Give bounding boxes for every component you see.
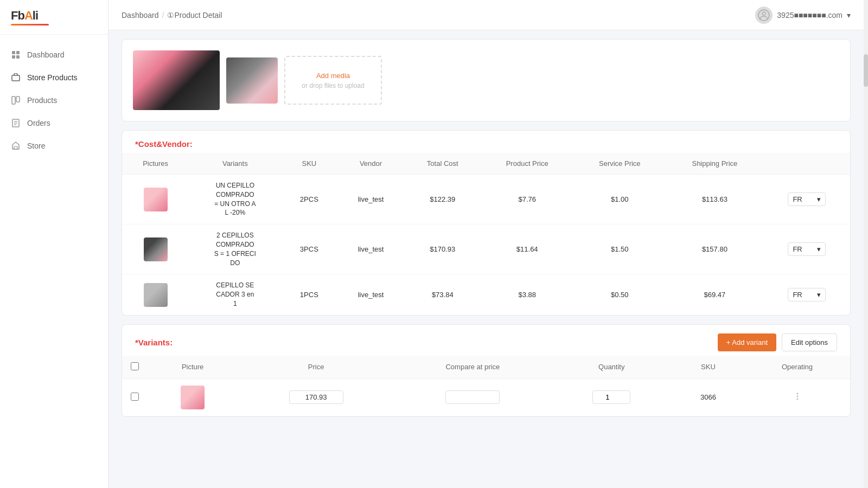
chevron-down-icon: ▾ <box>817 245 821 253</box>
store-products-icon <box>11 73 21 82</box>
dropdown-arrow-icon: ▾ <box>847 11 851 20</box>
nav: Dashboard Store Products Products Orders <box>0 35 108 488</box>
variants-actions: + Add variant Edit options <box>718 333 837 351</box>
quantity-input[interactable] <box>592 390 630 404</box>
col-sku: SKU <box>281 153 337 175</box>
variants-section: *Variants: + Add variant Edit options <box>122 324 851 417</box>
cost-vendor-table: Pictures Variants SKU Vendor Total Cost … <box>122 153 850 315</box>
col-compare-price: Compare at price <box>394 356 551 379</box>
logo-text: FbAli <box>11 9 38 23</box>
media-section: Add media or drop files to upload <box>122 39 851 121</box>
row3-thumb <box>144 283 168 307</box>
variant-sku: 3066 <box>672 378 744 416</box>
sidebar-item-products[interactable]: Products <box>0 89 108 112</box>
svg-point-13 <box>762 12 765 15</box>
sidebar-item-orders[interactable]: Orders <box>0 112 108 134</box>
operating-icon[interactable] <box>793 395 802 403</box>
breadcrumb-separator: / <box>162 11 164 20</box>
col-check <box>122 356 148 379</box>
upload-placeholder[interactable]: Add media or drop files to upload <box>284 56 382 105</box>
row3-sku: 1PCS <box>281 274 337 315</box>
col-operating: Operating <box>744 356 850 379</box>
sidebar-item-label-store: Store <box>27 142 45 150</box>
variant-thumb <box>181 386 205 409</box>
col-sku-v: SKU <box>672 356 744 379</box>
svg-rect-0 <box>12 51 15 54</box>
row2-product-price: $11.64 <box>481 224 574 274</box>
svg-point-14 <box>796 393 798 395</box>
logo: FbAli <box>0 0 108 35</box>
row1-region-value: FR <box>793 195 802 203</box>
variants-table-wrapper: Picture Price Compare at price Quantity … <box>122 356 850 416</box>
row3-vendor: live_test <box>337 274 404 315</box>
row2-variant: 2 CEPILLOSCOMPRADOS = 1 OFRECIDO <box>197 231 272 267</box>
row3-total-cost: $73.84 <box>405 274 481 315</box>
media-thumb-main <box>133 50 220 110</box>
row2-total-cost: $170.93 <box>405 224 481 274</box>
col-price: Price <box>238 356 394 379</box>
sidebar-item-label-orders: Orders <box>27 119 50 127</box>
breadcrumb-current: ①Product Detail <box>167 11 222 20</box>
scrollbar-track <box>864 0 868 488</box>
col-pictures: Pictures <box>122 153 189 175</box>
col-region <box>764 153 850 175</box>
row3-service-price: $0.50 <box>574 274 666 315</box>
breadcrumb-dashboard[interactable]: Dashboard <box>122 11 159 20</box>
row3-region-dropdown[interactable]: FR ▾ <box>788 288 826 301</box>
row3-product-price: $3.88 <box>481 274 574 315</box>
row1-variant: UN CEPILLOCOMPRADO= UN OTRO AL -20% <box>197 181 272 217</box>
table-row: UN CEPILLOCOMPRADO= UN OTRO AL -20% 2PCS… <box>122 175 850 224</box>
bottom-spacer <box>108 426 864 447</box>
row2-region-dropdown[interactable]: FR ▾ <box>788 242 826 256</box>
variants-header: *Variants: + Add variant Edit options <box>122 325 850 356</box>
col-vendor: Vendor <box>337 153 404 175</box>
header: Dashboard / ①Product Detail 3925■■■■■■■.… <box>108 0 864 30</box>
svg-point-15 <box>796 396 798 397</box>
row1-shipping-price: $113.63 <box>666 175 764 224</box>
svg-rect-3 <box>16 55 20 59</box>
chevron-down-icon: ▾ <box>817 291 821 299</box>
col-picture: Picture <box>148 356 238 379</box>
row1-vendor: live_test <box>337 175 404 224</box>
user-info: 3925■■■■■■■.com ▾ <box>755 7 851 24</box>
sidebar: FbAli Dashboard Store Products <box>0 0 108 488</box>
sidebar-item-store-products[interactable]: Store Products <box>0 66 108 89</box>
row2-shipping-price: $157.80 <box>666 224 764 274</box>
cost-vendor-table-wrapper: Pictures Variants SKU Vendor Total Cost … <box>122 153 850 315</box>
sidebar-item-dashboard[interactable]: Dashboard <box>0 43 108 66</box>
scrollbar-thumb[interactable] <box>864 54 868 87</box>
svg-point-16 <box>796 399 798 400</box>
edit-options-button[interactable]: Edit options <box>782 333 837 351</box>
variants-title: *Variants: <box>135 338 173 347</box>
row1-region-dropdown[interactable]: FR ▾ <box>788 192 826 206</box>
price-input[interactable] <box>289 390 343 404</box>
col-total-cost: Total Cost <box>405 153 481 175</box>
svg-rect-6 <box>16 97 20 102</box>
cost-vendor-title: *Cost&Vendor: <box>122 131 850 153</box>
chevron-down-icon: ▾ <box>817 195 821 203</box>
svg-rect-5 <box>12 97 15 104</box>
select-all-checkbox[interactable] <box>131 362 139 370</box>
variants-table: Picture Price Compare at price Quantity … <box>122 356 850 416</box>
media-images: Add media or drop files to upload <box>133 50 839 110</box>
table-row: 2 CEPILLOSCOMPRADOS = 1 OFRECIDO 3PCS li… <box>122 224 850 274</box>
user-avatar <box>755 7 773 24</box>
sidebar-item-label-store-products: Store Products <box>27 73 78 82</box>
sidebar-item-label-products: Products <box>27 96 57 105</box>
media-thumb-2 <box>226 57 278 104</box>
add-variant-button[interactable]: + Add variant <box>718 333 776 351</box>
sidebar-item-store[interactable]: Store <box>0 134 108 157</box>
row-checkbox[interactable] <box>131 393 139 401</box>
row3-variant: CEPILLO SECADOR 3 en1 <box>197 281 272 308</box>
col-variants: Variants <box>189 153 281 175</box>
row2-service-price: $1.50 <box>574 224 666 274</box>
breadcrumb: Dashboard / ①Product Detail <box>122 11 222 20</box>
compare-price-input[interactable] <box>445 390 500 404</box>
add-media-label: Add media <box>316 72 350 80</box>
row1-product-price: $7.76 <box>481 175 574 224</box>
row1-sku: 2PCS <box>281 175 337 224</box>
logo-underline <box>11 24 49 25</box>
row2-vendor: live_test <box>337 224 404 274</box>
user-email: 3925■■■■■■■.com <box>777 11 843 20</box>
col-quantity: Quantity <box>551 356 672 379</box>
